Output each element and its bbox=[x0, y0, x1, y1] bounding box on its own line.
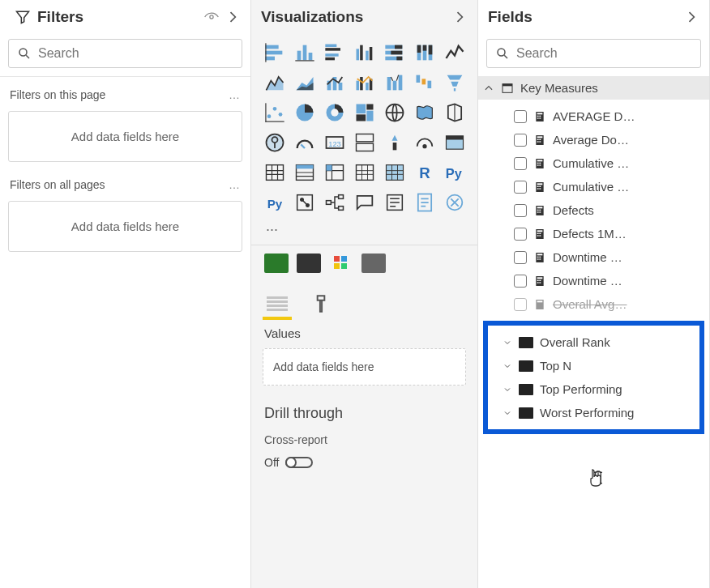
r-visual-icon[interactable] bbox=[323, 160, 347, 185]
eye-icon[interactable] bbox=[203, 9, 220, 25]
line-clustered-column-icon[interactable] bbox=[353, 70, 377, 95]
svg-rect-127 bbox=[537, 230, 543, 232]
qa-visual-icon[interactable]: Py bbox=[443, 160, 467, 185]
area-chart-icon[interactable] bbox=[263, 70, 287, 95]
filters-all-dropzone[interactable]: Add data fields here bbox=[8, 201, 242, 252]
field-item[interactable]: Cumulative … bbox=[478, 175, 709, 198]
filters-page-dropzone[interactable]: Add data fields here bbox=[8, 111, 242, 162]
hundred-stacked-column-icon[interactable] bbox=[413, 40, 437, 65]
filters-search-input[interactable] bbox=[38, 46, 233, 61]
line-stacked-column-icon[interactable] bbox=[323, 70, 347, 95]
line-chart-icon[interactable] bbox=[443, 40, 467, 65]
checkbox-icon[interactable] bbox=[514, 157, 527, 170]
slicer-icon[interactable] bbox=[413, 130, 437, 155]
python-visual-icon[interactable] bbox=[353, 160, 377, 185]
custom-visual-4-icon[interactable] bbox=[361, 254, 386, 273]
fields-search-input[interactable] bbox=[516, 46, 692, 61]
stacked-area-chart-icon[interactable] bbox=[293, 70, 317, 95]
multi-row-card-icon[interactable] bbox=[353, 130, 377, 155]
stacked-bar-chart-icon[interactable] bbox=[263, 40, 287, 65]
donut-chart-icon[interactable] bbox=[323, 100, 347, 125]
paginated-report-icon[interactable] bbox=[413, 190, 437, 215]
chevron-right-icon[interactable] bbox=[225, 9, 241, 25]
checkbox-icon[interactable] bbox=[514, 110, 527, 123]
custom-visual-1-icon[interactable] bbox=[264, 254, 289, 273]
card-icon[interactable]: 123 bbox=[323, 130, 347, 155]
key-influencers-icon[interactable] bbox=[383, 160, 407, 185]
checkbox-icon[interactable] bbox=[514, 204, 527, 217]
checkbox-icon[interactable] bbox=[514, 298, 527, 311]
matrix-icon[interactable] bbox=[263, 160, 287, 185]
cross-report-toggle[interactable]: Off bbox=[251, 451, 477, 474]
values-dropzone[interactable]: Add data fields here bbox=[263, 348, 466, 386]
py-visual-icon[interactable]: Py bbox=[263, 190, 287, 215]
field-item[interactable]: Average Do… bbox=[478, 128, 709, 151]
checkbox-icon[interactable] bbox=[514, 181, 527, 194]
decomposition-tree-icon[interactable]: R bbox=[413, 160, 437, 185]
fields-tab-icon[interactable] bbox=[264, 292, 290, 315]
visualization-type-grid: 123 R Py Py bbox=[251, 34, 477, 221]
smart-narrative-icon[interactable] bbox=[383, 190, 407, 215]
svg-rect-143 bbox=[539, 282, 541, 283]
field-item[interactable]: Defects 1M… bbox=[478, 222, 709, 245]
gauge-icon[interactable] bbox=[293, 130, 317, 155]
more-icon[interactable]: … bbox=[229, 178, 241, 191]
table-icon[interactable] bbox=[443, 130, 467, 155]
shape-map-icon[interactable] bbox=[443, 100, 467, 125]
filled-map-icon[interactable] bbox=[413, 100, 437, 125]
more-icon[interactable]: … bbox=[229, 88, 241, 101]
field-item[interactable]: Downtime … bbox=[478, 245, 709, 269]
field-item[interactable]: Defects bbox=[478, 198, 709, 222]
checkbox-icon[interactable] bbox=[514, 228, 527, 241]
waterfall-chart-icon[interactable] bbox=[413, 70, 437, 95]
ribbon-chart-icon[interactable] bbox=[383, 70, 407, 95]
custom-visual-2-icon[interactable] bbox=[297, 254, 321, 273]
stacked-column-chart-icon[interactable] bbox=[293, 40, 317, 65]
search-icon bbox=[495, 46, 510, 61]
measure-icon bbox=[533, 157, 546, 170]
svg-rect-47 bbox=[265, 121, 284, 122]
pie-chart-icon[interactable] bbox=[293, 100, 317, 125]
checkbox-icon[interactable] bbox=[514, 275, 527, 288]
fields-search[interactable] bbox=[486, 39, 701, 68]
clustered-column-chart-icon[interactable] bbox=[353, 40, 377, 65]
field-item[interactable]: Overall Avg… bbox=[478, 292, 709, 316]
arcgis-icon[interactable] bbox=[443, 190, 467, 215]
funnel-chart-icon[interactable] bbox=[443, 70, 467, 95]
clustered-bar-chart-icon[interactable] bbox=[323, 40, 347, 65]
svg-rect-8 bbox=[309, 53, 313, 60]
table-header[interactable]: Key Measures bbox=[478, 76, 709, 100]
svg-point-93 bbox=[498, 49, 505, 56]
field-item[interactable]: Cumulative … bbox=[478, 151, 709, 175]
svg-rect-122 bbox=[537, 209, 539, 210]
map-icon[interactable] bbox=[383, 100, 407, 125]
checkbox-icon[interactable] bbox=[514, 134, 527, 147]
chevron-right-icon[interactable] bbox=[451, 9, 468, 25]
field-item[interactable]: Downtime … bbox=[478, 269, 709, 292]
folder-item[interactable]: Top Performing bbox=[488, 377, 699, 401]
hundred-stacked-bar-icon[interactable] bbox=[383, 40, 407, 65]
more-visuals-icon[interactable]: ··· bbox=[251, 221, 477, 245]
azure-map-icon[interactable] bbox=[263, 130, 287, 155]
svg-rect-142 bbox=[537, 282, 539, 283]
decomp-tree-icon[interactable] bbox=[323, 190, 347, 215]
qa-icon[interactable] bbox=[353, 190, 377, 215]
custom-visual-3-icon[interactable] bbox=[329, 254, 353, 273]
scatter-chart-icon[interactable] bbox=[263, 100, 287, 125]
table-visual-icon[interactable] bbox=[293, 160, 317, 185]
checkbox-icon[interactable] bbox=[514, 251, 527, 264]
filters-search[interactable] bbox=[8, 39, 242, 68]
kpi-icon[interactable] bbox=[383, 130, 407, 155]
format-tab-icon[interactable] bbox=[308, 292, 334, 315]
field-item[interactable]: AVERAGE D… bbox=[478, 104, 709, 128]
toggle-icon[interactable] bbox=[285, 457, 313, 468]
key-influencers-icon2[interactable] bbox=[293, 190, 317, 215]
svg-rect-112 bbox=[537, 164, 539, 165]
folder-item[interactable]: Top N bbox=[488, 354, 699, 377]
folder-item[interactable]: Overall Rank bbox=[488, 330, 699, 354]
svg-rect-109 bbox=[537, 160, 543, 161]
visualizations-header: Visualizations bbox=[251, 0, 477, 34]
chevron-right-icon[interactable] bbox=[683, 9, 699, 25]
folder-item[interactable]: Worst Performing bbox=[488, 401, 699, 424]
treemap-icon[interactable] bbox=[353, 100, 377, 125]
